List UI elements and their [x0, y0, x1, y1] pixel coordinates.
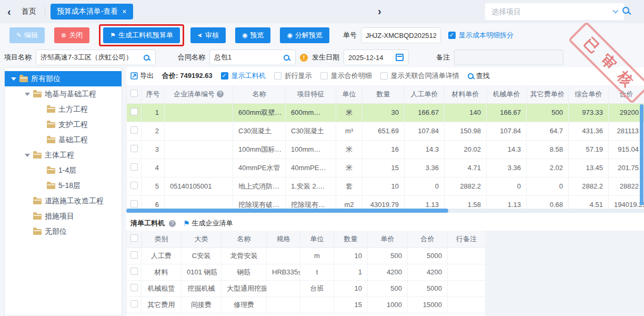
help-icon[interactable]: ?	[169, 220, 176, 227]
table-cell: 间接费	[182, 297, 222, 313]
global-search-button[interactable]	[622, 6, 629, 14]
table-row[interactable]: 2C30混凝土C30混凝土m³651.69107.84150.98107.846…	[127, 122, 644, 140]
caret-down-icon[interactable]	[11, 77, 16, 81]
split-preview-button[interactable]: ◉ 分解预览	[280, 27, 329, 43]
table-row[interactable]: 1600mm双壁…600mm…米30166.67140166.67500973.…	[127, 103, 644, 122]
caret-down-icon[interactable]	[25, 93, 30, 96]
chevron-down-icon[interactable]	[612, 7, 618, 13]
generate-enterprise-list-button[interactable]: 生成企业清单	[192, 219, 233, 228]
tree-item[interactable]: 基础工程	[5, 132, 122, 147]
export-button[interactable]: 导出	[130, 71, 154, 81]
row-checkbox-cell	[127, 140, 142, 159]
table-cell: 43019.79	[363, 195, 405, 209]
row-checkbox[interactable]	[130, 268, 138, 275]
help-icon[interactable]: ?	[217, 91, 224, 97]
horizontal-scrollbar[interactable]	[126, 209, 644, 213]
table-cell: 40mmPE水管	[233, 159, 286, 177]
checkbox-icon[interactable]	[320, 72, 328, 80]
project-name-input[interactable]	[36, 50, 156, 65]
table-cell: 0	[527, 177, 569, 195]
toggle-wrap-lines[interactable]: 折行显示	[274, 71, 312, 81]
scrollbar-thumb[interactable]	[126, 209, 448, 213]
doc-no-input[interactable]	[361, 27, 441, 43]
tree-item[interactable]: 道路施工改造工程	[5, 193, 122, 209]
preview-button[interactable]: ◉ 预览	[235, 27, 270, 43]
toggle-show-labor-material[interactable]: 显示工料机	[221, 71, 266, 81]
export-icon	[130, 72, 138, 80]
row-checkbox[interactable]	[130, 126, 138, 134]
search-icon[interactable]	[284, 55, 289, 61]
table-cell: m³	[336, 122, 363, 140]
select-all-checkbox[interactable]	[130, 234, 138, 242]
row-checkbox[interactable]	[130, 182, 138, 189]
table-row[interactable]: 材料0101 钢筋钢筋HRB335≤t142004200	[127, 264, 486, 280]
col-header: 名称	[222, 231, 267, 248]
tab-close-icon[interactable]: ×	[122, 7, 126, 16]
project-select-input[interactable]	[491, 7, 613, 16]
total-amount: 合价:749192.63	[162, 71, 213, 81]
tree-item[interactable]: 所有部位	[5, 71, 122, 86]
checkbox-icon[interactable]	[274, 72, 281, 80]
tree-item[interactable]: 无部位	[5, 224, 122, 239]
tree-item[interactable]: 1-4层	[5, 163, 122, 178]
tree-item[interactable]: 主体工程	[5, 147, 122, 163]
table-row[interactable]: 3100mm国标…100mm…米1614.320.0214.38.5857.19…	[127, 140, 644, 159]
checkbox-checked-icon[interactable]	[221, 72, 228, 80]
table-row[interactable]: 440mmPE水管40mmPE…米153.364.713.362.0213.45…	[127, 159, 644, 177]
table-cell: 人工费	[142, 248, 182, 264]
tree-item-label: 支护工程	[58, 120, 88, 130]
table-row[interactable]: 人工费C安装龙骨安装m105005000	[127, 248, 486, 264]
table-cell: 套	[336, 177, 363, 195]
top-tab-bar: ‹ 首页 预算成本清单-查看 × ›	[0, 0, 644, 23]
toggle-show-linked-contract-detail[interactable]: 显示关联合同清单详情	[380, 71, 459, 81]
back-chevron-icon[interactable]: ‹	[0, 6, 18, 18]
generate-labor-material-budget-button[interactable]: ⚑ 生成工料机预算单	[103, 27, 180, 43]
tree-item[interactable]: 土方工程	[5, 102, 122, 117]
search-icon[interactable]	[144, 55, 149, 61]
tree-item[interactable]: 措施项目	[5, 209, 122, 224]
table-cell: C安装	[182, 248, 222, 264]
tab-budget-cost-list[interactable]: 预算成本清单-查看 ×	[51, 4, 133, 19]
table-cell: 钢筋	[222, 264, 267, 280]
project-select[interactable]	[485, 3, 624, 20]
find-button[interactable]: 查找	[468, 71, 490, 81]
select-all-checkbox[interactable]	[130, 90, 138, 97]
table-row[interactable]: 6挖除现有破…挖除现有…m243019.791.131.581.130.684.…	[127, 195, 644, 209]
table-cell: 10	[363, 177, 405, 195]
checkbox-checked-icon[interactable]	[448, 32, 456, 39]
tree-item-label: 地基与基础工程	[45, 90, 96, 99]
tree-item[interactable]: 地基与基础工程	[5, 86, 122, 102]
audit-button[interactable]: ➤ 审核	[190, 27, 226, 43]
table-row[interactable]: 机械租赁挖掘机械大型通用挖掘台班105005000	[127, 280, 486, 297]
tree-item[interactable]: 5-18层	[5, 178, 122, 193]
row-checkbox[interactable]	[130, 200, 138, 208]
table-cell: 1	[142, 103, 165, 122]
vertical-scrollbar[interactable]	[640, 104, 643, 205]
remark-input[interactable]	[454, 50, 564, 65]
caret-down-icon[interactable]	[25, 154, 30, 157]
row-checkbox[interactable]	[130, 300, 138, 308]
show-cost-split-toggle[interactable]: 显示成本明细拆分	[448, 31, 514, 40]
folder-icon	[47, 168, 55, 174]
row-checkbox[interactable]	[130, 163, 138, 171]
row-checkbox-cell	[127, 177, 142, 195]
table-row[interactable]: 其它费用间接费修理费15100015000	[127, 297, 486, 313]
row-checkbox[interactable]	[130, 145, 138, 152]
calendar-icon[interactable]	[396, 54, 404, 61]
row-checkbox[interactable]	[130, 108, 138, 115]
tree-item[interactable]: 支护工程	[5, 117, 122, 132]
table-cell: 4.71	[445, 159, 487, 177]
edit-button[interactable]: ✎ 编辑	[9, 27, 45, 43]
contract-name-input[interactable]	[209, 50, 296, 65]
forward-chevron-icon[interactable]: ›	[378, 5, 381, 17]
tab-home[interactable]: 首页	[18, 7, 45, 16]
close-button[interactable]: ⊗ 关闭	[54, 27, 89, 43]
main-panel: 导出 合价:749192.63 显示工料机 折行显示 显示合价明细 显示关联合同…	[126, 67, 644, 316]
row-checkbox[interactable]	[130, 284, 138, 291]
row-checkbox[interactable]	[130, 251, 138, 259]
table-cell: 600mm双壁…	[233, 103, 286, 122]
table-row[interactable]: 505140105001地上式消防…1.安装 2.…套1002882.20028…	[127, 177, 644, 195]
checkbox-icon[interactable]	[380, 72, 388, 80]
table-cell: 10	[334, 248, 368, 264]
toggle-show-total-detail[interactable]: 显示合价明细	[320, 71, 372, 81]
